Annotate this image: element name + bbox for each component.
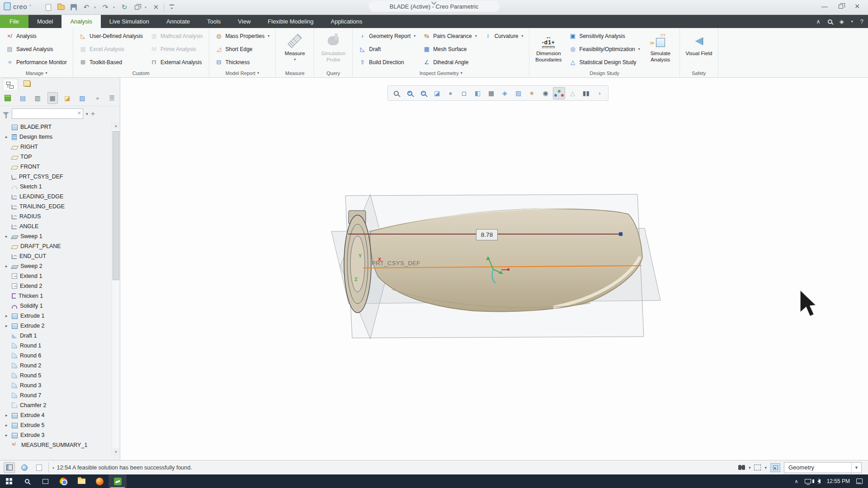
undo-menu-caret[interactable]: ▾ xyxy=(94,5,98,9)
tree-item-leading-edge[interactable]: LEADING_EDGE xyxy=(0,192,111,202)
browser-button[interactable] xyxy=(19,462,30,473)
group-caret-icon[interactable]: ▾ xyxy=(45,71,47,75)
pairs-clearance-button[interactable]: ↹Pairs Clearance▾ xyxy=(420,29,480,42)
feasibility-optimization-button[interactable]: ◎Feasibility/Optimization▾ xyxy=(566,42,643,56)
tree-item-draft-1[interactable]: Draft 1 xyxy=(0,331,111,341)
expand-arrow-icon[interactable]: ▸ xyxy=(5,423,11,427)
model-tree-tab[interactable] xyxy=(3,79,18,90)
expand-arrow-icon[interactable]: ▸ xyxy=(5,314,11,318)
tree-item-extend-2[interactable]: Extend 2 xyxy=(0,281,111,291)
external-analysis-button[interactable]: ⊓External Analysis xyxy=(147,56,206,69)
mesh-surface-button[interactable]: ▦Mesh Surface xyxy=(420,42,480,56)
expand-arrow-icon[interactable]: ▸ xyxy=(5,135,11,139)
user-defined-analysis-button[interactable]: ◺User-Defined Analysis xyxy=(76,29,146,42)
tree-item-front[interactable]: FRONT xyxy=(0,162,111,172)
taskbar-search-button[interactable] xyxy=(18,474,36,488)
tab-tools[interactable]: Tools xyxy=(198,15,229,28)
task-view-button[interactable] xyxy=(36,474,54,488)
scroll-down-button[interactable]: ▼ xyxy=(113,448,119,455)
tab-flexible-modeling[interactable]: Flexible Modeling xyxy=(259,15,322,28)
section-view-button[interactable]: ▨ xyxy=(512,87,524,99)
tab-model[interactable]: Model xyxy=(28,15,61,28)
selection-filter-caret[interactable]: ▼ xyxy=(851,463,861,473)
zoom-in-button[interactable]: + xyxy=(404,87,416,99)
ribbon-group-label-model-report[interactable]: Model Report▾ xyxy=(209,69,276,77)
performance-monitor-button[interactable]: ≈Performance Monitor xyxy=(3,56,70,69)
clock[interactable]: 12:55 PM xyxy=(827,478,850,484)
tree-item-round-1[interactable]: Round 1 xyxy=(0,341,111,351)
selection-preview-button[interactable]: ▸ xyxy=(770,463,780,472)
spin-center-button[interactable] xyxy=(553,87,565,99)
open-file-button[interactable] xyxy=(56,2,66,12)
filter-clear-icon[interactable]: ✕ xyxy=(77,110,81,116)
simulate-analysis-button[interactable]: ↑↑↑≫Simulate Analysis xyxy=(644,29,677,69)
tree-item-extend-1[interactable]: Extend 1 xyxy=(0,271,111,281)
find-caret[interactable]: ▾ xyxy=(749,465,751,470)
dimension-boundaries-button[interactable]: ↔-d1+Dimension Boundaries xyxy=(532,29,565,69)
tree-item-trailing-edge[interactable]: TRAILING_EDGE xyxy=(0,202,111,211)
tree-item-prt-csys-def[interactable]: PRT_CSYS_DEF xyxy=(0,172,111,182)
tree-item-design-items[interactable]: ▸Design Items xyxy=(0,132,111,142)
dropdown-caret-icon[interactable]: ▾ xyxy=(414,34,415,38)
visual-field-button[interactable]: ◀Visual Field xyxy=(683,29,715,69)
dropdown-caret-icon[interactable]: ▾ xyxy=(294,57,296,61)
search-button[interactable] xyxy=(828,19,832,24)
dropdown-caret-icon[interactable]: ▾ xyxy=(268,34,269,38)
volume-icon[interactable] xyxy=(817,479,821,483)
filter-history-caret[interactable]: ▾ xyxy=(86,112,88,116)
filter-add-button[interactable]: + xyxy=(91,110,95,117)
tree-item-angle[interactable]: ANGLE xyxy=(0,221,111,231)
select-box-button[interactable] xyxy=(754,465,761,470)
tray-expand-button[interactable]: ∧ xyxy=(795,479,798,484)
blank-window-button[interactable] xyxy=(33,462,45,473)
file-explorer-button[interactable] xyxy=(72,474,90,488)
restore-button[interactable] xyxy=(833,0,849,13)
close-window-button[interactable]: ✕ xyxy=(151,2,161,12)
expand-arrow-icon[interactable]: ▸ xyxy=(5,433,11,437)
curvature-button[interactable]: ≀Curvature▾ xyxy=(481,29,527,42)
more-tools-button[interactable]: » xyxy=(92,92,102,104)
tree-columns-button[interactable]: ▦ xyxy=(47,92,58,104)
tree-item-extrude-3[interactable]: ▸Extrude 3 xyxy=(0,430,111,440)
tab-analysis[interactable]: Analysis xyxy=(61,15,100,28)
saved-analysis-button[interactable]: ▤Saved Analysis xyxy=(3,42,70,56)
zoom-out-button[interactable]: − xyxy=(417,87,429,99)
tree-switch-button[interactable]: ◪ xyxy=(62,92,73,104)
tree-item-round-7[interactable]: Round 7 xyxy=(0,390,111,400)
tree-item-extrude-2[interactable]: ▸Extrude 2 xyxy=(0,321,111,331)
expand-arrow-icon[interactable]: ▸ xyxy=(5,264,11,268)
expand-arrow-icon[interactable]: ▸ xyxy=(5,413,11,418)
view-manager-button[interactable]: ▦ xyxy=(485,87,497,99)
short-edge-button[interactable]: ◿Short Edge xyxy=(212,42,273,56)
tree-item-round-2[interactable]: Round 2 xyxy=(0,361,111,371)
firefox-button[interactable] xyxy=(90,474,108,488)
tree-item-chamfer-2[interactable]: Chamfer 2 xyxy=(0,400,111,410)
active-model-button[interactable] xyxy=(3,92,13,104)
tab-file[interactable]: File xyxy=(0,15,28,28)
action-center-icon[interactable] xyxy=(856,479,863,484)
pause-button[interactable]: ▮▮ xyxy=(580,87,592,99)
tab-annotate[interactable]: Annotate xyxy=(158,15,198,28)
dropdown-caret-icon[interactable]: ▾ xyxy=(521,34,523,38)
regenerate-button[interactable]: ↻ xyxy=(119,2,129,12)
tree-item-thicken-1[interactable]: Thicken 1 xyxy=(0,291,111,301)
redo-button[interactable]: ↷ xyxy=(100,2,110,12)
minimize-button[interactable]: — xyxy=(816,0,833,13)
tree-item-extrude-1[interactable]: ▸Extrude 1 xyxy=(0,311,111,321)
tree-filters-button[interactable]: ▨ xyxy=(77,92,87,104)
build-direction-button[interactable]: ⇧Build Direction xyxy=(355,56,419,69)
scrollbar-thumb[interactable] xyxy=(113,131,119,280)
tree-item-end-cut[interactable]: END_CUT xyxy=(0,251,111,261)
chrome-button[interactable] xyxy=(54,474,72,488)
shading-style-button[interactable]: ● xyxy=(444,87,457,99)
collapse-all-button[interactable]: ▥ xyxy=(33,92,43,104)
saved-orientations-button[interactable]: ◧ xyxy=(472,87,484,99)
sensitivity-analysis-button[interactable]: ▣Sensitivity Analysis xyxy=(566,29,643,42)
creo-app-button[interactable] xyxy=(108,474,127,488)
tree-item-sweep-1[interactable]: ▸Sweep 1 xyxy=(0,231,111,241)
annotation-display-button[interactable]: ◉ xyxy=(539,87,552,99)
minimize-ribbon-button[interactable]: ∧ xyxy=(816,18,821,25)
tree-root-item[interactable]: BLADE.PRT xyxy=(0,122,111,132)
expand-arrow-icon[interactable]: ▸ xyxy=(5,234,11,239)
toggle-tree-panel-button[interactable] xyxy=(4,462,15,473)
